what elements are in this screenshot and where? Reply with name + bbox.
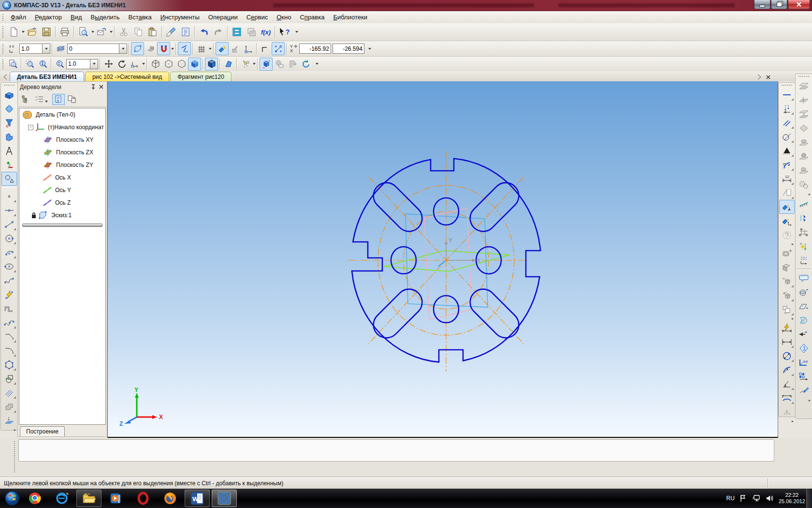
left-panel-endgrip[interactable]: ▸ (1, 428, 17, 432)
right-inner-grip[interactable] (781, 84, 793, 87)
tool-offset-button[interactable] (1, 301, 17, 315)
collapse-icon[interactable]: − (28, 125, 33, 130)
coord-y-input[interactable] (299, 44, 331, 54)
mid-plane-button[interactable] (796, 107, 812, 121)
tree-structure-button[interactable] (19, 94, 32, 105)
pin-icon[interactable] (89, 83, 97, 90)
record-button[interactable] (273, 58, 286, 71)
panel-geometry-button[interactable] (1, 172, 17, 186)
sphere-surface-button[interactable] (796, 149, 812, 163)
function-button[interactable]: f(x) (259, 25, 273, 39)
local-csys-button[interactable] (216, 42, 229, 55)
hidden-thin-button[interactable] (175, 58, 188, 71)
diamond-one-button[interactable]: 1 (796, 341, 812, 355)
open-button[interactable] (25, 25, 39, 39)
move-flashlight-button[interactable] (779, 214, 795, 228)
tree-item-plane-zx[interactable]: Плоскость ZX (19, 146, 105, 159)
toolbar-current-grip[interactable] (2, 44, 4, 54)
dimension-button[interactable]: 12 (779, 172, 795, 186)
tree-item-plane-zy[interactable]: Плоскость ZY (19, 159, 105, 171)
origin-point[interactable] (445, 259, 447, 261)
coord-x-input[interactable] (333, 44, 364, 54)
tree-item-axis-z[interactable]: Ось Z (19, 196, 105, 209)
tool-hatch-button[interactable] (1, 386, 17, 400)
copy-properties-button[interactable] (164, 25, 178, 39)
zoom-window-button[interactable] (23, 58, 36, 71)
tool-circle-button[interactable] (1, 231, 17, 245)
tree-sections-button[interactable] (52, 94, 65, 105)
auto-dimension-button[interactable] (779, 321, 795, 335)
cube-rotate-button[interactable] (779, 288, 795, 302)
taskbar-kompas[interactable]: K (212, 490, 237, 507)
scale-input[interactable] (66, 59, 90, 69)
copy-objects-button[interactable] (779, 302, 795, 316)
rebuild-button[interactable] (286, 58, 299, 71)
taskbar-explorer[interactable] (76, 490, 102, 507)
cube-move-button[interactable] (779, 274, 795, 288)
tool-ellipse-button[interactable] (1, 259, 17, 273)
projection-button[interactable] (779, 102, 795, 116)
perspective-button[interactable] (222, 58, 235, 71)
tree-item-axis-x[interactable]: Ось X (19, 171, 105, 184)
print-button[interactable] (58, 25, 72, 39)
tool-segment-button[interactable] (1, 217, 17, 231)
tool-arc-button[interactable] (1, 245, 17, 259)
shift-caret[interactable] (142, 63, 145, 65)
menu-operations[interactable]: Операции (204, 12, 242, 22)
tree-item-axis-y[interactable]: Ось Y (19, 184, 105, 196)
tool-auxline-button[interactable] (1, 203, 17, 217)
show-desktop-button[interactable] (806, 489, 812, 508)
hatch-zigzag-button[interactable] (796, 313, 812, 327)
tool-continuous-button[interactable] (1, 273, 17, 287)
property-bar-grip[interactable] (14, 441, 16, 473)
tree-relations-button[interactable] (66, 94, 78, 105)
panel-surfaces-button[interactable] (1, 102, 17, 116)
print-preview-button[interactable] (76, 25, 90, 39)
triangles-down-button[interactable] (796, 211, 812, 225)
property-bar[interactable] (18, 439, 774, 462)
arc-dimension-button[interactable] (779, 391, 795, 405)
menu-edit[interactable]: Редактор (30, 12, 66, 22)
kompas-app-icon[interactable]: K (2, 1, 11, 10)
vertex-plane-button[interactable] (796, 93, 812, 107)
section-button[interactable] (779, 186, 795, 200)
library-manager-button[interactable] (230, 25, 244, 39)
orientation-button[interactable] (260, 58, 273, 71)
clock[interactable]: 22:22 25.06.2012 (779, 492, 805, 505)
right-inner-endgrip-1[interactable]: ▸ (779, 242, 795, 246)
action-center-flag-icon[interactable] (740, 494, 747, 502)
zoom-selection-button[interactable] (6, 58, 19, 71)
titlebar[interactable]: K КОМПАС-3D V13 - Деталь БЕЗ ИМЕНИ1 (0, 0, 812, 11)
signature-pen-button[interactable] (796, 383, 812, 397)
new-document-button[interactable] (6, 25, 21, 39)
note-cloud-button[interactable] (796, 271, 812, 285)
tool-point-button[interactable] (1, 189, 17, 203)
tree-item-sketch[interactable]: Эскиз:1 (19, 209, 105, 222)
send-mail-caret[interactable] (110, 31, 113, 33)
gears-button[interactable] (796, 177, 812, 191)
toolbar-view-grip[interactable] (2, 59, 4, 69)
send-mail-button[interactable] (94, 25, 109, 39)
step-spin[interactable] (43, 44, 50, 54)
toolbar-standard-overflow[interactable] (294, 31, 298, 33)
hidden-lines-button[interactable] (162, 58, 175, 71)
camera-button[interactable] (779, 260, 795, 274)
normal-flashlight-button[interactable] (779, 200, 795, 214)
shift-view-button[interactable] (128, 58, 141, 71)
menubar-grip[interactable] (2, 14, 4, 21)
left-panel-grip[interactable] (3, 84, 15, 87)
tree-item-origin[interactable]: − (т)Начало координат (19, 121, 105, 134)
tree-end-indicator[interactable] (22, 224, 102, 227)
solid-preview-button[interactable] (144, 42, 157, 55)
plane-cond-button[interactable] (796, 299, 812, 313)
start-button[interactable] (3, 490, 21, 507)
taskbar-chrome[interactable] (22, 490, 47, 507)
step-input[interactable] (19, 44, 43, 54)
restore-button[interactable] (771, 0, 787, 9)
curve-ticks-button[interactable] (796, 197, 812, 211)
spatial-line-button[interactable] (779, 88, 795, 102)
snap-points-button[interactable] (272, 42, 285, 55)
shaded-button[interactable] (188, 58, 201, 71)
help-disabled-button[interactable] (779, 228, 795, 242)
k4-corner-button[interactable]: К4 (796, 355, 812, 369)
